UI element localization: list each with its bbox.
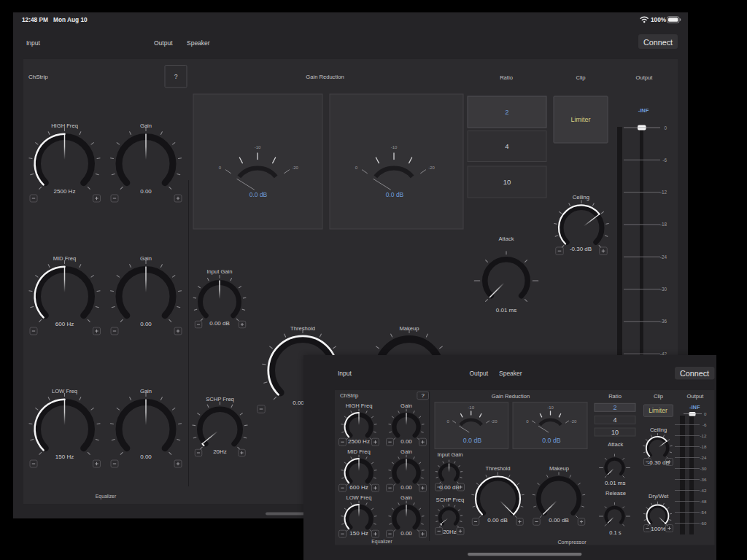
svg-text:0.00: 0.00 — [140, 321, 152, 327]
svg-text:0: 0 — [664, 125, 667, 131]
svg-text:HIGH Freq: HIGH Freq — [346, 402, 373, 409]
svg-text:-12: -12 — [660, 190, 667, 195]
svg-text:4: 4 — [505, 142, 508, 150]
svg-text:Clip: Clip — [654, 393, 663, 400]
svg-text:2: 2 — [613, 404, 616, 411]
svg-text:Gain Reduction: Gain Reduction — [306, 74, 344, 80]
svg-text:Ceiling: Ceiling — [573, 194, 589, 201]
svg-text:Dry/Wet: Dry/Wet — [649, 493, 669, 499]
svg-text:0.00: 0.00 — [400, 484, 412, 491]
svg-text:0.00: 0.00 — [140, 188, 152, 195]
svg-text:-12: -12 — [700, 433, 708, 438]
svg-text:ChStrip: ChStrip — [28, 74, 48, 80]
svg-text:2: 2 — [505, 108, 508, 116]
svg-text:0.00: 0.00 — [140, 454, 152, 460]
svg-text:-18: -18 — [700, 444, 708, 449]
svg-text:0.01 ms: 0.01 ms — [605, 480, 625, 486]
svg-text:Input: Input — [26, 39, 41, 47]
svg-text:Output: Output — [687, 393, 705, 400]
svg-text:0.0 dB: 0.0 dB — [463, 437, 482, 444]
svg-text:-42: -42 — [700, 488, 708, 493]
svg-text:Gain: Gain — [400, 448, 412, 455]
svg-text:Output: Output — [470, 370, 489, 377]
svg-text:Ceiling: Ceiling — [650, 427, 667, 433]
svg-text:20Hz: 20Hz — [213, 448, 227, 455]
svg-text:0.0 dB: 0.0 dB — [249, 191, 268, 198]
svg-text:-24: -24 — [700, 455, 708, 460]
svg-text:10: 10 — [611, 429, 619, 436]
svg-text:-INF: -INF — [689, 404, 700, 411]
svg-text:Connect: Connect — [680, 369, 709, 378]
svg-text:SCHP Freq: SCHP Freq — [436, 497, 464, 503]
svg-text:?: ? — [421, 392, 425, 399]
svg-text:600 Hz: 600 Hz — [349, 484, 368, 491]
svg-text:-30: -30 — [660, 287, 667, 292]
svg-text:-30: -30 — [700, 466, 708, 471]
svg-text:2500 Hz: 2500 Hz — [54, 188, 76, 195]
svg-text:-0.30 dB: -0.30 dB — [570, 246, 592, 252]
svg-text:0.01 ms: 0.01 ms — [496, 307, 516, 314]
svg-text:0.00 dB: 0.00 dB — [439, 484, 460, 491]
svg-text:Input: Input — [338, 370, 352, 377]
svg-text:Release: Release — [605, 490, 626, 497]
svg-text:-INF: -INF — [638, 107, 649, 114]
svg-text:Input Gain: Input Gain — [437, 451, 462, 458]
svg-text:0.00: 0.00 — [400, 530, 412, 537]
svg-text:ChStrip: ChStrip — [340, 392, 358, 399]
svg-text:0.0 dB: 0.0 dB — [386, 191, 404, 198]
svg-text:Clip: Clip — [576, 74, 585, 81]
svg-text:Limiter: Limiter — [570, 116, 590, 123]
svg-text:-54: -54 — [700, 510, 708, 515]
svg-text:Gain: Gain — [400, 494, 412, 501]
svg-text:Output: Output — [636, 74, 654, 81]
svg-text:-60: -60 — [700, 521, 708, 526]
svg-text:12:48 PM: 12:48 PM — [22, 16, 48, 23]
svg-text:-20: -20 — [491, 419, 498, 424]
svg-text:-48: -48 — [700, 499, 708, 504]
svg-text:Attack: Attack — [498, 236, 514, 242]
svg-text:150 Hz: 150 Hz — [349, 530, 368, 537]
svg-text:-36: -36 — [700, 477, 708, 482]
svg-text:0.00: 0.00 — [400, 438, 412, 445]
svg-text:2500 Hz: 2500 Hz — [348, 438, 370, 445]
svg-text:Limiter: Limiter — [649, 407, 667, 414]
svg-text:0: 0 — [704, 411, 707, 416]
svg-text:-10: -10 — [391, 145, 398, 149]
svg-text:100%: 100% — [651, 526, 665, 532]
svg-text:Equalizer: Equalizer — [371, 539, 392, 545]
svg-text:-20: -20 — [292, 166, 298, 170]
svg-text:Connect: Connect — [643, 38, 673, 47]
svg-text:-36: -36 — [660, 319, 667, 324]
svg-text:-20: -20 — [428, 166, 435, 170]
svg-text:-6: -6 — [703, 422, 707, 427]
svg-text:Compressor: Compressor — [557, 539, 587, 545]
svg-text:150 Hz: 150 Hz — [55, 454, 74, 460]
svg-text:4: 4 — [613, 416, 616, 424]
svg-text:0.00 dB: 0.00 dB — [209, 320, 230, 327]
svg-text:-24: -24 — [660, 254, 667, 260]
svg-text:-0.30 dB: -0.30 dB — [648, 459, 670, 466]
svg-text:-18: -18 — [660, 222, 667, 227]
svg-text:LOW Freq: LOW Freq — [346, 494, 371, 501]
svg-text:0.1 s: 0.1 s — [609, 529, 622, 536]
svg-text:Speaker: Speaker — [499, 370, 522, 377]
svg-text:600 Hz: 600 Hz — [55, 321, 74, 327]
svg-text:Threshold: Threshold — [486, 465, 511, 472]
svg-text:?: ? — [174, 73, 178, 80]
svg-text:MID Freq: MID Freq — [347, 448, 371, 455]
svg-text:0.00 dB: 0.00 dB — [487, 517, 508, 524]
svg-text:Ratio: Ratio — [500, 74, 513, 81]
svg-text:Equalizer: Equalizer — [96, 494, 117, 499]
svg-text:0.0 dB: 0.0 dB — [542, 437, 561, 444]
svg-text:20Hz: 20Hz — [443, 529, 457, 535]
svg-text:Speaker: Speaker — [187, 39, 210, 47]
svg-text:-6: -6 — [662, 158, 667, 163]
svg-text:Gain Reduction: Gain Reduction — [492, 393, 530, 400]
svg-text:Output: Output — [154, 39, 173, 47]
svg-text:Input Gain: Input Gain — [206, 268, 232, 275]
svg-text:Attack: Attack — [608, 441, 623, 448]
svg-text:-20: -20 — [570, 419, 577, 424]
svg-text:Ratio: Ratio — [608, 393, 622, 400]
svg-text:-10: -10 — [468, 405, 474, 410]
svg-text:Gain: Gain — [400, 402, 412, 409]
